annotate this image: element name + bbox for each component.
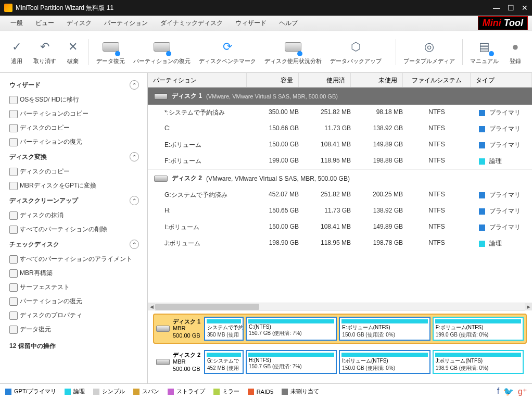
sidebar-item[interactable]: ディスクのコピー: [0, 121, 147, 135]
sidebar-section-cleanup[interactable]: ディスククリーンアップ⌃: [0, 193, 147, 208]
partition-box[interactable]: F:ボリューム(NTFS)199.0 GB (使用済: 0%): [433, 317, 524, 341]
menu-wizard[interactable]: ウィザード: [229, 17, 273, 30]
disc-icon: ◎: [421, 39, 438, 55]
sidebar-item[interactable]: サーフェステスト: [0, 280, 147, 294]
app-icon: [4, 4, 12, 12]
benchmark-button[interactable]: ⟳ディスクベンチマーク: [195, 34, 260, 70]
scroll-left-icon[interactable]: ◀: [148, 303, 155, 310]
data-recovery-button[interactable]: データ復元: [92, 34, 129, 70]
menu-disk[interactable]: ディスク: [60, 17, 98, 30]
col-unused[interactable]: 未使用: [351, 73, 403, 87]
scroll-right-icon[interactable]: ▶: [525, 303, 532, 310]
partition-row[interactable]: J:ボリューム198.90 GB118.95 MB198.78 GBNTFS論理: [148, 235, 532, 252]
sidebar-section-check[interactable]: チェックディスク⌃: [0, 236, 147, 252]
sidebar-item[interactable]: ディスクの抹消: [0, 208, 147, 222]
partition-box[interactable]: システムで予約350 MB (使用: [204, 317, 244, 341]
brand-logo: Mini Tool: [478, 16, 528, 30]
sidebar-item[interactable]: パーティションのコピー: [0, 107, 147, 121]
partition-box[interactable]: I:ボリューム(NTFS)150.0 GB (使用済: 0%): [339, 350, 430, 374]
sidebar-item[interactable]: すべてのパーティションのアライメント: [0, 252, 147, 266]
sidebar-item[interactable]: ディスクのプロパティ: [0, 308, 147, 322]
space-analyzer-button[interactable]: ディスク使用状況分析: [260, 34, 326, 70]
sidebar-section-convert[interactable]: ディスク変換⌃: [0, 149, 147, 165]
sidebar-item[interactable]: データ復元: [0, 322, 147, 336]
sidebar-item[interactable]: すべてのパーティションの削除: [0, 222, 147, 236]
close-button[interactable]: ✕: [522, 4, 528, 12]
sidebar-item[interactable]: MBRディスクをGPTに変換: [0, 179, 147, 193]
maximize-button[interactable]: ☐: [508, 4, 514, 12]
legend-swatch: [65, 389, 71, 395]
undo-icon: ↶: [36, 39, 53, 55]
legend-item: スパン: [133, 388, 159, 395]
partition-row[interactable]: G:システムで予約済み452.07 MB251.82 MB200.25 MBNT…: [148, 187, 532, 203]
sidebar-item[interactable]: ディスクのコピー: [0, 165, 147, 179]
sidebar-item[interactable]: OSをSSD/ HDに移行: [0, 93, 147, 107]
legend-bar: GPT/プライマリ論理シンプルスパンストライプミラーRAID5未割り当て f 🐦…: [0, 383, 532, 399]
undo-button[interactable]: ↶取り消す: [29, 34, 60, 70]
disk-icon: [156, 359, 170, 365]
disk-icon: [156, 326, 170, 332]
partition-row[interactable]: C:150.66 GB11.73 GB138.92 GBNTFSプライマリ: [148, 121, 532, 137]
scrollbar-thumb[interactable]: [155, 304, 259, 310]
minimize-button[interactable]: —: [493, 4, 500, 12]
chevron-up-icon: ⌃: [130, 240, 139, 249]
menu-view[interactable]: ビュー: [29, 17, 60, 30]
partition-row[interactable]: E:ボリューム150.00 GB108.41 MB149.89 GBNTFSプラ…: [148, 137, 532, 153]
benchmark-icon: ⟳: [219, 39, 236, 55]
disk-map-label: ディスク 2MBR500.00 GB: [156, 350, 202, 374]
toolbar: ✓適用 ↶取り消す ✕破棄 データ復元 パーティションの復元 ⟳ディスクベンチマ…: [0, 31, 532, 73]
sidebar-item[interactable]: MBR再構築: [0, 266, 147, 280]
twitter-icon[interactable]: 🐦: [503, 386, 514, 396]
chevron-up-icon: ⌃: [130, 80, 139, 90]
document-icon: ▤: [476, 39, 493, 55]
col-type[interactable]: タイプ: [471, 73, 532, 87]
col-partition[interactable]: パーティション: [148, 73, 247, 87]
titlebar: MiniTool Partition Wizard 無料版 11 — ☐ ✕: [0, 0, 532, 16]
type-swatch: [479, 208, 485, 215]
horizontal-scrollbar[interactable]: ◀ ▶: [148, 303, 532, 310]
disk-map[interactable]: ディスク 1MBR500.00 GBシステムで予約350 MB (使用C:(NT…: [153, 314, 527, 344]
partition-row[interactable]: *:システムで予約済み350.00 MB251.82 MB98.18 MBNTF…: [148, 105, 532, 121]
partition-recovery-button[interactable]: パーティションの復元: [129, 34, 195, 70]
partition-box[interactable]: H:(NTFS)150.7 GB (使用済: 7%): [246, 350, 337, 374]
sidebar-item[interactable]: パーティションの復元: [0, 294, 147, 308]
menu-dynamic[interactable]: ダイナミックディスク: [154, 17, 229, 30]
register-button[interactable]: ●登録: [503, 34, 528, 70]
legend-item: 未割り当て: [282, 388, 319, 395]
googleplus-icon[interactable]: g⁺: [518, 386, 527, 396]
manual-button[interactable]: ▤マニュアル: [466, 34, 503, 70]
partition-box[interactable]: E:ボリューム(NTFS)150.0 GB (使用済: 0%): [339, 317, 430, 341]
bootable-media-button[interactable]: ◎ブータブルメディア: [399, 34, 459, 70]
legend-swatch: [282, 389, 288, 395]
drive-icon: [154, 39, 170, 55]
partition-row[interactable]: H:150.65 GB11.73 GB138.92 GBNTFSプライマリ: [148, 203, 532, 219]
backup-button[interactable]: ⬡データバックアップ: [326, 34, 386, 70]
sidebar: ウィザード⌃OSをSSD/ HDに移行パーティションのコピーディスクのコピーパー…: [0, 73, 148, 383]
partition-box[interactable]: C:(NTFS)150.7 GB (使用済: 7%): [246, 317, 337, 341]
col-filesystem[interactable]: ファイルシステム: [403, 73, 471, 87]
disk-header-row[interactable]: ディスク 2(VMware, VMware Virtual S SAS, MBR…: [148, 169, 532, 187]
disk-map[interactable]: ディスク 2MBR500.00 GBG:システムで452 MB (使用H:(NT…: [153, 347, 527, 377]
chevron-up-icon: ⌃: [130, 196, 139, 205]
menu-partition[interactable]: パーティション: [98, 17, 154, 30]
apply-button[interactable]: ✓適用: [4, 34, 29, 70]
menu-help[interactable]: ヘルプ: [273, 17, 304, 30]
type-swatch: [479, 241, 485, 247]
facebook-icon[interactable]: f: [497, 386, 499, 396]
disk-icon: [154, 93, 168, 99]
sidebar-item[interactable]: パーティションの復元: [0, 135, 147, 149]
disk-maps: ディスク 1MBR500.00 GBシステムで予約350 MB (使用C:(NT…: [148, 310, 532, 383]
partition-row[interactable]: F:ボリューム199.00 GB118.95 MB198.88 GBNTFS論理: [148, 153, 532, 169]
partition-row[interactable]: I:ボリューム150.00 GB108.41 MB149.89 GBNTFSプラ…: [148, 219, 532, 235]
col-used[interactable]: 使用済: [299, 73, 351, 87]
content-area: パーティション 容量 使用済 未使用 ファイルシステム タイプ ディスク 1(V…: [148, 73, 532, 383]
chevron-up-icon: ⌃: [130, 152, 139, 161]
partition-box[interactable]: J:ボリューム(NTFS)198.9 GB (使用済: 0%): [433, 350, 524, 374]
discard-button[interactable]: ✕破棄: [60, 34, 85, 70]
partition-box[interactable]: G:システムで452 MB (使用: [204, 350, 244, 374]
sidebar-section-wizard[interactable]: ウィザード⌃: [0, 77, 147, 93]
pending-operations[interactable]: 12 保留中の操作: [0, 336, 147, 354]
menu-general[interactable]: 一般: [4, 17, 29, 30]
disk-header-row[interactable]: ディスク 1(VMware, VMware Virtual S SAS, MBR…: [148, 88, 532, 105]
col-capacity[interactable]: 容量: [247, 73, 299, 87]
